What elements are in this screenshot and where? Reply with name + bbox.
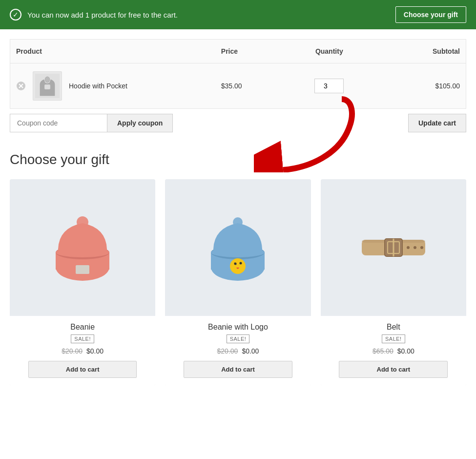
belt-image bbox=[321, 179, 466, 316]
product-price: $35.00 bbox=[215, 63, 284, 109]
gift-card-beanie: Beanie SALE! $20.00 $0.00 Add to cart bbox=[10, 179, 155, 386]
col-header-quantity: Quantity bbox=[284, 40, 375, 63]
beanie-name: Beanie bbox=[15, 323, 150, 332]
beanie-info: Beanie SALE! $20.00 $0.00 Add to cart bbox=[10, 316, 155, 386]
gift-card-belt: Belt SALE! $65.00 $0.00 Add to cart bbox=[321, 179, 466, 386]
beanie-logo-image bbox=[165, 179, 310, 316]
product-subtotal: $105.00 bbox=[375, 63, 466, 109]
svg-rect-11 bbox=[76, 265, 89, 274]
belt-sale-badge: SALE! bbox=[382, 334, 405, 343]
beanie-svg bbox=[43, 204, 122, 292]
svg-point-28 bbox=[414, 246, 416, 249]
belt-info: Belt SALE! $65.00 $0.00 Add to cart bbox=[321, 316, 466, 386]
beanie-logo-sale-badge: SALE! bbox=[227, 334, 250, 343]
beanie-logo-svg bbox=[199, 204, 277, 292]
svg-rect-5 bbox=[44, 84, 50, 89]
svg-point-4 bbox=[45, 77, 50, 83]
banner-message: You can now add 1 product for free to th… bbox=[27, 11, 178, 19]
beanie-logo-original-price: $20.00 bbox=[217, 347, 238, 355]
belt-prices: $65.00 $0.00 bbox=[326, 347, 461, 355]
col-header-subtotal: Subtotal bbox=[375, 40, 466, 63]
gift-grid: Beanie SALE! $20.00 $0.00 Add to cart bbox=[10, 179, 466, 386]
svg-point-12 bbox=[77, 216, 88, 228]
choose-gift-button[interactable]: Choose your gift bbox=[395, 6, 466, 23]
svg-point-29 bbox=[420, 246, 423, 249]
beanie-original-price: $20.00 bbox=[62, 347, 83, 355]
quantity-input[interactable] bbox=[314, 79, 344, 93]
check-icon bbox=[10, 9, 21, 21]
belt-svg bbox=[354, 204, 433, 292]
beanie-logo-name: Beanie with Logo bbox=[170, 323, 306, 332]
belt-add-to-cart[interactable]: Add to cart bbox=[339, 361, 448, 378]
belt-original-price: $65.00 bbox=[373, 347, 393, 355]
svg-point-27 bbox=[407, 246, 410, 249]
svg-point-19 bbox=[240, 262, 242, 265]
svg-point-17 bbox=[230, 258, 246, 274]
product-name: Hoodie with Pocket bbox=[69, 82, 127, 90]
top-banner: You can now add 1 product for free to th… bbox=[0, 0, 476, 29]
remove-icon bbox=[16, 81, 26, 91]
beanie-add-to-cart[interactable]: Add to cart bbox=[28, 361, 137, 378]
beanie-logo-add-to-cart[interactable]: Add to cart bbox=[184, 361, 292, 378]
belt-sale-price: $0.00 bbox=[397, 347, 414, 355]
col-header-price: Price bbox=[215, 40, 284, 63]
gift-section: Choose your gift bbox=[0, 142, 476, 400]
beanie-image bbox=[10, 179, 155, 316]
beanie-logo-sale-price: $0.00 bbox=[242, 347, 259, 355]
svg-point-21 bbox=[233, 217, 243, 227]
beanie-logo-prices: $20.00 $0.00 bbox=[170, 347, 306, 355]
banner-left: You can now add 1 product for free to th… bbox=[10, 9, 178, 21]
belt-name: Belt bbox=[326, 323, 461, 332]
beanie-sale-price: $0.00 bbox=[86, 347, 103, 355]
quantity-cell bbox=[284, 63, 375, 109]
apply-coupon-button[interactable]: Apply coupon bbox=[107, 114, 173, 132]
product-cell: Hoodie with Pocket bbox=[16, 71, 209, 101]
col-header-product: Product bbox=[10, 40, 215, 63]
product-thumbnail bbox=[33, 71, 62, 101]
gift-section-title: Choose your gift bbox=[10, 152, 466, 167]
beanie-logo-info: Beanie with Logo SALE! $20.00 $0.00 Add … bbox=[165, 316, 310, 386]
beanie-sale-badge: SALE! bbox=[71, 334, 94, 343]
hoodie-image bbox=[35, 74, 60, 98]
cart-section: Product Price Quantity Subtotal bbox=[0, 29, 476, 142]
coupon-row: Apply coupon Update cart bbox=[10, 109, 466, 137]
cart-table: Product Price Quantity Subtotal bbox=[10, 39, 466, 109]
table-row: Hoodie with Pocket $35.00 $105.00 bbox=[10, 63, 466, 109]
coupon-input[interactable] bbox=[10, 114, 107, 132]
remove-item-button[interactable] bbox=[16, 81, 26, 91]
beanie-prices: $20.00 $0.00 bbox=[15, 347, 150, 355]
update-cart-button[interactable]: Update cart bbox=[408, 114, 466, 132]
gift-card-beanie-logo: Beanie with Logo SALE! $20.00 $0.00 Add … bbox=[165, 179, 310, 386]
